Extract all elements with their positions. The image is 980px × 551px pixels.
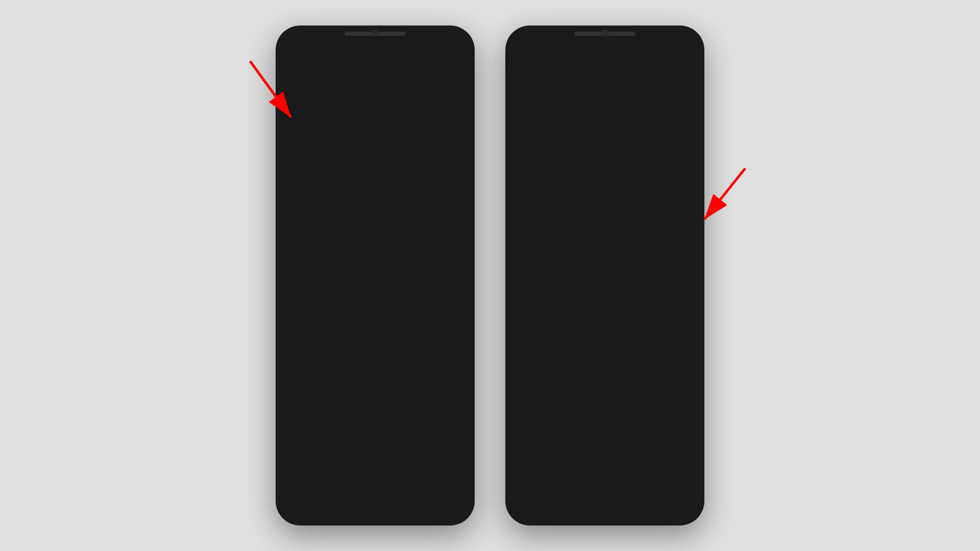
cap	[307, 254, 342, 264]
search-button-1[interactable]: 🔍	[429, 63, 440, 74]
red-arrow-1	[235, 51, 316, 133]
post-area-2: Philip DeFranco 10 hours ago ⋮ The Succe…	[511, 103, 698, 480]
video-thumbnail-1: (•))	[289, 239, 461, 333]
wifi-icon: 📶	[298, 45, 305, 52]
category-music[interactable]: Music	[655, 86, 684, 98]
category-humans[interactable]: Humans	[558, 86, 595, 98]
user-avatar-header-2[interactable]	[677, 61, 691, 76]
time-display-2: 14:14	[671, 45, 685, 51]
user-avatar-header-1[interactable]	[447, 61, 461, 76]
home-button-2[interactable]: ○	[603, 497, 608, 506]
poll-option-dubbing[interactable]: Dubbing 19%	[519, 258, 691, 280]
yt-status-icon: ▷	[307, 45, 311, 51]
thumbs-up-icon-2[interactable]: 👍	[519, 302, 530, 313]
poll-votes-1: 3.5K votes	[289, 201, 461, 209]
svg-point-3	[393, 69, 395, 70]
comment-group-2[interactable]: 💬 3.2K	[664, 302, 691, 313]
post-area-1: Frank James 18 minutes ago ⋮ Are you goo…	[282, 103, 469, 480]
status-left-2: ▪▪▪ 📶 ▷	[520, 45, 541, 52]
flowers: 🌸	[666, 328, 691, 358]
battery-icon-2: ▮	[687, 45, 690, 52]
header-2: YouTube 🔔 9 🔍	[511, 55, 698, 82]
video-info-1: Mix – Easy - DaniLeigh ft. Chris Brown *…	[289, 337, 451, 364]
poll-option-subtitles[interactable]: Subtitles 81%	[519, 233, 691, 254]
poll-option-yes[interactable]: Yes 41%	[289, 149, 461, 170]
video-card-1[interactable]: (•)) Mix – Easy - DaniLeigh ft. Chris Br…	[282, 234, 469, 375]
notification-button-2[interactable]: 🔔 9	[640, 63, 651, 74]
status-right-1: 14:13 ▮	[441, 45, 460, 52]
category-bar-2: comedy Humans Conversation Music G...	[511, 82, 698, 103]
signal-icon-2: ▪▪▪	[520, 45, 526, 51]
poll-pct-subtitles: 81%	[670, 239, 684, 247]
poll-label-no: No	[296, 181, 305, 189]
thumb-canvas-1: (•))	[289, 239, 461, 333]
youtube-logo-icon-2	[519, 63, 533, 73]
status-left-1: ▪▪▪ 📶 ▷	[290, 45, 311, 52]
phone-2: ▪▪▪ 📶 ▷ 14:14 ▮ YouTube	[505, 26, 704, 525]
category-sketch-comedy[interactable]: Sketch comedy	[391, 86, 449, 98]
like-count-2: 1.5K	[532, 304, 546, 312]
comment-count-1: 46	[454, 220, 461, 228]
yt-logo-2: YouTube	[519, 63, 571, 73]
svg-point-9	[623, 69, 624, 70]
body-left	[304, 290, 345, 331]
notif-badge-2: 9	[646, 61, 653, 68]
comment-icon-1: 💬	[441, 218, 452, 230]
wifi-icon-2: 📶	[528, 45, 535, 52]
category-more[interactable]: G...	[689, 86, 698, 98]
notif-badge-1: 9	[416, 61, 424, 68]
poll-label-subtitles: Subtitles	[526, 239, 553, 247]
home-button-1[interactable]: ○	[373, 497, 378, 506]
post-username-1: Frank James	[313, 111, 357, 119]
post-user-2: Philip DeFranco 10 hours ago	[519, 109, 598, 129]
svg-point-11	[522, 121, 534, 129]
guitar	[345, 269, 355, 310]
head-left	[312, 264, 337, 290]
comment-group-1[interactable]: 💬 46	[441, 218, 461, 230]
video-title-1: Mix – Easy - DaniLeigh ft. Chris Brown *…	[289, 337, 451, 356]
recents-button-2[interactable]: □	[665, 497, 670, 506]
subscriptions-badge-1	[420, 487, 424, 491]
like-group-1: 👍 166 👎	[289, 218, 331, 230]
header-icons-2: 🔔 9 🔍	[622, 61, 691, 76]
search-icon-2: 🔍	[658, 63, 670, 74]
video-card-2[interactable]: Sonia Choquette Part 1 WHY DISCOMFORT IS…	[511, 317, 698, 426]
phone-1: ▪▪▪ 📶 ▷ 14:13 ▮ YouTube	[276, 26, 475, 525]
subscriptions-badge-2	[649, 487, 653, 491]
video-more-options-1[interactable]: ⋮	[451, 337, 461, 349]
android-nav-1: ◁ ○ □	[282, 492, 469, 510]
flower-emoji: 🌸	[666, 328, 691, 342]
search-button-2[interactable]: 🔍	[658, 63, 670, 74]
post-2: Philip DeFranco 10 hours ago ⋮ The Succe…	[511, 103, 698, 317]
video-title-big: WHY DISCOMFORT IS GOOD FOR...	[531, 385, 612, 405]
category-comedy[interactable]: comedy	[519, 86, 554, 98]
philip-defranco-avatar[interactable]	[519, 109, 538, 129]
notification-button-1[interactable]: 🔔 9	[410, 63, 422, 74]
thumbs-up-icon-1[interactable]: 👍	[289, 218, 300, 230]
more-options-2[interactable]: ⋮	[681, 109, 691, 121]
more-options-1[interactable]: ⋮	[451, 109, 461, 121]
person-illustration	[640, 350, 686, 417]
poll-2: Subtitles 81% Dubbing 19%	[519, 233, 691, 280]
thumb-canvas-2: Sonia Choquette Part 1 WHY DISCOMFORT IS…	[519, 322, 691, 417]
recents-button-1[interactable]: □	[435, 497, 440, 506]
thumb2-content: Sonia Choquette Part 1 WHY DISCOMFORT IS…	[525, 366, 619, 411]
post-actions-1: 👍 166 👎 💬 46	[289, 214, 461, 234]
category-conversation[interactable]: Conversation	[599, 86, 651, 98]
back-button-1[interactable]: ◁	[310, 496, 316, 506]
yt-logo-text-2: YouTube	[535, 63, 571, 73]
cast-button-2[interactable]	[622, 63, 633, 74]
thumbs-down-icon-2[interactable]: 👎	[552, 302, 563, 313]
poll-option-no[interactable]: No 59%	[289, 174, 461, 196]
cast-button-1[interactable]	[392, 63, 403, 74]
back-button-2[interactable]: ◁	[540, 496, 546, 506]
category-game-shows[interactable]: Game shows	[336, 86, 387, 98]
red-arrow-2	[674, 158, 755, 240]
thumbs-down-icon-1[interactable]: 👎	[320, 218, 331, 230]
search-icon-1: 🔍	[429, 63, 440, 74]
figure-right	[405, 257, 451, 333]
status-bar-2: ▪▪▪ 📶 ▷ 14:14 ▮	[511, 41, 698, 55]
person-body	[643, 376, 683, 417]
post-header-2: Philip DeFranco 10 hours ago ⋮	[519, 109, 691, 129]
poll-pct-no: 59%	[440, 181, 455, 189]
